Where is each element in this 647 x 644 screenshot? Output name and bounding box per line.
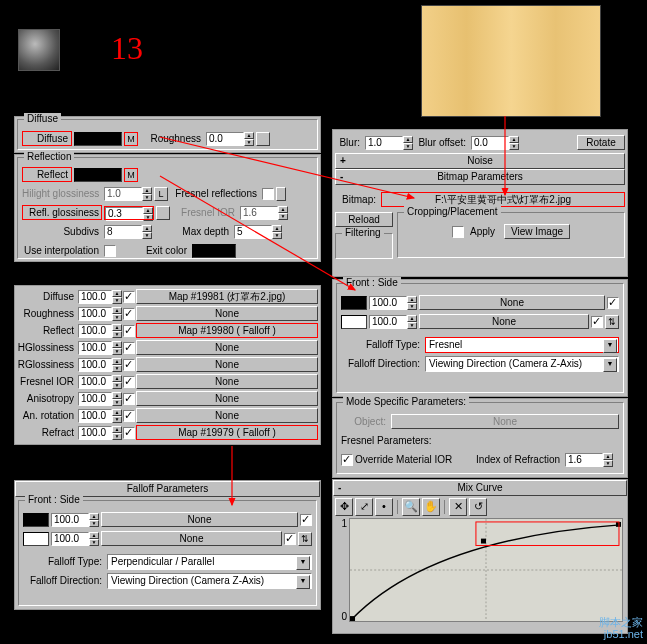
falloff2-map2[interactable]: None [419, 314, 589, 329]
delete-tool[interactable]: ✕ [449, 498, 467, 516]
roughness-map-button[interactable] [256, 132, 270, 146]
step-number: 13 [111, 30, 143, 67]
falloff1-type-drop[interactable]: Perpendicular / Parallel [107, 554, 312, 570]
falloff2-chk1[interactable] [607, 297, 619, 309]
map-slot[interactable]: None [136, 306, 318, 321]
map-slot[interactable]: None [136, 357, 318, 372]
falloff2-type-drop[interactable]: Fresnel [425, 337, 619, 353]
exitcolor-swatch[interactable] [192, 244, 236, 258]
map-amount[interactable]: ▲▼ [78, 324, 122, 338]
curve-toolbar: ✥ ⤢ • 🔍 ✋ ✕ ↺ [333, 496, 489, 518]
map-slot[interactable]: None [136, 408, 318, 423]
map-enable[interactable] [123, 427, 135, 439]
maxdepth-label: Max depth [154, 226, 232, 237]
map-name: An. rotation [17, 410, 77, 421]
blur-spinner[interactable]: ▲▼ [365, 136, 413, 150]
move-tool[interactable]: ✥ [335, 498, 353, 516]
reflect-map-button[interactable]: M [124, 168, 138, 182]
falloff2-map1[interactable]: None [419, 295, 605, 310]
map-slot[interactable]: None [136, 374, 318, 389]
mixcurve-header[interactable]: -Mix Curve [333, 480, 627, 496]
fresnel-lock[interactable] [276, 187, 286, 201]
exitcolor-label: Exit color [118, 245, 190, 256]
map-slot[interactable]: Map #19981 (灯罩布2.jpg) [136, 289, 318, 304]
apply-checkbox[interactable] [452, 226, 464, 238]
map-enable[interactable] [123, 410, 135, 422]
view-image-button[interactable]: View Image [504, 224, 570, 239]
reload-button[interactable]: Reload [335, 212, 393, 227]
hilight-spinner: ▲▼ [104, 187, 152, 201]
falloff2-swap[interactable]: ⇅ [605, 315, 619, 329]
override-checkbox[interactable] [341, 454, 353, 466]
map-amount[interactable]: ▲▼ [78, 392, 122, 406]
falloff1-map2[interactable]: None [101, 531, 282, 546]
map-enable[interactable] [123, 291, 135, 303]
fresnel-label: Fresnel reflections [170, 188, 260, 199]
falloff1-swap[interactable]: ⇅ [298, 532, 312, 546]
map-name: Anisotropy [17, 393, 77, 404]
map-amount[interactable]: ▲▼ [78, 409, 122, 423]
curve-canvas[interactable] [349, 518, 623, 622]
fresnel-checkbox[interactable] [262, 188, 274, 200]
falloff1-val1[interactable]: ▲▼ [51, 513, 99, 527]
map-slot[interactable]: None [136, 391, 318, 406]
falloff2-chk2[interactable] [591, 316, 603, 328]
map-amount[interactable]: ▲▼ [78, 290, 122, 304]
falloff2-val2[interactable]: ▲▼ [369, 315, 417, 329]
map-amount[interactable]: ▲▼ [78, 426, 122, 440]
map-slot[interactable]: None [136, 340, 318, 355]
falloff1-val2[interactable]: ▲▼ [51, 532, 99, 546]
falloff1-color2[interactable] [23, 532, 49, 546]
maps-panel: Diffuse▲▼Map #19981 (灯罩布2.jpg)Roughness▲… [14, 285, 321, 445]
falloff1-chk1[interactable] [300, 514, 312, 526]
map-enable[interactable] [123, 393, 135, 405]
map-amount[interactable]: ▲▼ [78, 358, 122, 372]
map-enable[interactable] [123, 308, 135, 320]
reset-tool[interactable]: ↺ [469, 498, 487, 516]
diffuse-color[interactable] [74, 132, 122, 146]
falloff2-val1[interactable]: ▲▼ [369, 296, 417, 310]
add-point-tool[interactable]: • [375, 498, 393, 516]
map-slot[interactable]: Map #19980 ( Falloff ) [136, 323, 318, 338]
diffuse-map-button[interactable]: M [124, 132, 138, 146]
roughness-spinner[interactable]: ▲▼ [206, 132, 254, 146]
hilight-lock[interactable]: L [154, 187, 168, 201]
falloff1-color1[interactable] [23, 513, 49, 527]
rotate-button[interactable]: Rotate [577, 135, 625, 150]
map-amount[interactable]: ▲▼ [78, 341, 122, 355]
scale-tool[interactable]: ⤢ [355, 498, 373, 516]
map-amount[interactable]: ▲▼ [78, 307, 122, 321]
map-amount[interactable]: ▲▼ [78, 375, 122, 389]
pan-tool[interactable]: ✋ [422, 498, 440, 516]
map-slot[interactable]: Map #19979 ( Falloff ) [136, 425, 318, 440]
noise-header[interactable]: +Noise [335, 153, 625, 169]
bitmap-params-header[interactable]: -Bitmap Parameters [335, 169, 625, 185]
reflect-color[interactable] [74, 168, 122, 182]
reflg-map-button[interactable] [156, 206, 170, 220]
useinterp-checkbox[interactable] [104, 245, 116, 257]
ior-spinner[interactable]: ▲▼ [565, 453, 613, 467]
ior-label: Index of Refraction [467, 454, 563, 465]
map-name: Fresnel IOR [17, 376, 77, 387]
useinterp-label: Use interpolation [22, 245, 102, 256]
subdivs-spinner[interactable]: ▲▼ [104, 225, 152, 239]
bitmap-path-button[interactable]: F:\平安里黄哥中式\灯罩布2.jpg [381, 192, 625, 207]
map-enable[interactable] [123, 376, 135, 388]
falloff2-color2[interactable] [341, 315, 367, 329]
reflect-label: Reflect [22, 167, 72, 182]
map-enable[interactable] [123, 342, 135, 354]
reflg-spinner[interactable]: ▲▼ [104, 206, 154, 220]
falloff2-color1[interactable] [341, 296, 367, 310]
maxdepth-spinner[interactable]: ▲▼ [234, 225, 282, 239]
falloff2-dir-drop[interactable]: Viewing Direction (Camera Z-Axis) [425, 356, 619, 372]
crop-title: Cropping/Placement [404, 206, 501, 217]
falloff1-dir-drop[interactable]: Viewing Direction (Camera Z-Axis) [107, 573, 312, 589]
map-enable[interactable] [123, 325, 135, 337]
zoom-tool[interactable]: 🔍 [402, 498, 420, 516]
hilight-label: Hilight glossiness [22, 188, 102, 199]
falloff1-dir-label: Falloff Direction: [23, 575, 105, 586]
bluroff-spinner[interactable]: ▲▼ [471, 136, 519, 150]
falloff1-chk2[interactable] [284, 533, 296, 545]
map-enable[interactable] [123, 359, 135, 371]
falloff1-map1[interactable]: None [101, 512, 298, 527]
